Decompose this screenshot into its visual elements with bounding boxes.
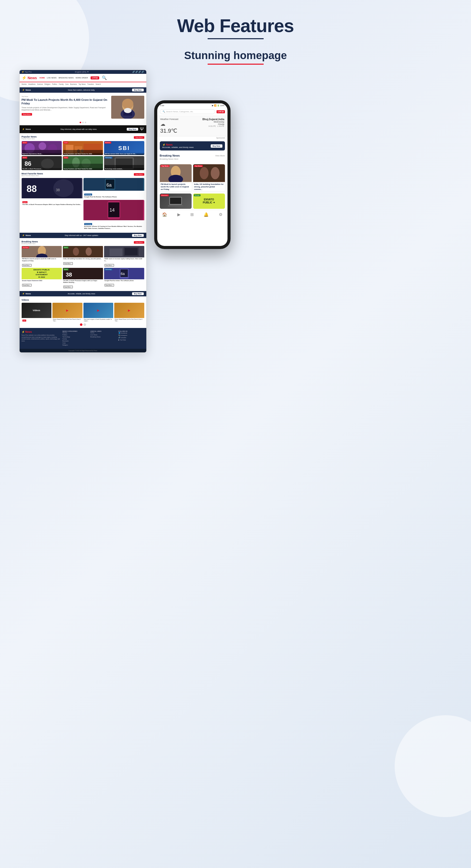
buy-btn-4[interactable]: Buy Now	[132, 292, 144, 295]
popular-card-5[interactable]: Travel Young Travelers and Their Trends …	[63, 156, 103, 170]
breaking-card-3[interactable]: NSEE wants to increase equity trading ho…	[104, 246, 144, 267]
breaking-card-4-text: Envato Impact Statement 2022	[22, 279, 62, 282]
video-card-2[interactable]: ▶ Petrol, Diesel Prices Cut For First Ti…	[53, 303, 82, 322]
breaking-card-4[interactable]: ENVATO PUBLIC ★ IMPACT STATEMENT ★ 2022 …	[22, 268, 62, 288]
video-card-4[interactable]: ▶ Petrol, Diesel Prices Cut For First Ti…	[114, 303, 144, 322]
live-button[interactable]: LIVE ▶	[91, 76, 100, 80]
phone-view-more[interactable]: View More	[215, 155, 225, 157]
card-2-tag: Travel	[63, 142, 68, 144]
breaking-read-more-2[interactable]: Read More >	[63, 262, 73, 265]
phone-bottom-nav: 🏠 ▶ ⊞ 🔔 ⚙	[157, 210, 228, 219]
ad-text-1: News that matters, delivered daily.	[31, 89, 132, 91]
phone-status-bar: 5:30 ▶ 📶 🔋 23%	[157, 103, 228, 108]
popular-view-more[interactable]: View More	[134, 136, 144, 139]
popular-card-2[interactable]: Travel Young Travelers and Their Trends …	[63, 141, 103, 155]
ad-text-4: Accurate, reliable, and timely news	[31, 293, 132, 294]
favorite-card-3-text: Technology Exclusive: iPhone 14 Coming I…	[83, 220, 144, 230]
card-6-tag: Technology	[105, 157, 112, 159]
subtitle-underline	[208, 64, 264, 65]
breaking-read-more-3[interactable]: Read More >	[105, 264, 114, 267]
most-favorite-grid: 88 38 Sports The NFL Is Back! Preseason …	[20, 177, 146, 231]
videos-grid: Videos Live ▶ Petrol, Diesel Prices Cut …	[22, 303, 144, 322]
favorite-card-2-text: Technology Google Pixel 6a Review: The S…	[83, 191, 144, 199]
phone-search-bar: 🔍 Search News, Categories, etc. LIVE ▶	[157, 108, 228, 116]
phone-nav-video[interactable]: ▶	[177, 212, 180, 217]
buy-btn-1[interactable]: Buy Now	[132, 89, 144, 91]
svg-text:86: 86	[25, 160, 31, 167]
buy-btn-3[interactable]: Buy Now	[132, 234, 144, 237]
hero-title[interactable]: PM Modi To Launch Projects Worth Rs 4,40…	[22, 98, 109, 105]
phone-card-india-us[interactable]: Top News India, US building foundation f…	[193, 164, 225, 191]
title-underline	[208, 38, 264, 39]
svg-text:6a: 6a	[121, 272, 125, 276]
video-card-3-text: How much oxygen a Covid-19 patients cand…	[83, 318, 113, 322]
card-5-overlay: Young Travelers and Their Trends For 202…	[63, 167, 103, 170]
buy-btn-between[interactable]: Buy Now	[127, 128, 138, 131]
favorite-card-1[interactable]: 88 38 Sports The NFL Is Back! Preseason …	[22, 178, 82, 230]
video-card-3[interactable]: ▶ How much oxygen a Covid-19 patients ca…	[83, 303, 113, 322]
breaking-read-more-6[interactable]: Read More >	[105, 284, 114, 286]
breaking-card-6-img: 6a Technology	[104, 268, 144, 279]
svg-point-62	[211, 167, 220, 179]
svg-point-45	[73, 247, 79, 256]
phone-frame: 5:30 ▶ 📶 🔋 23% 🔍 Search News, Categories…	[154, 100, 231, 249]
ad-logo-4: ⚡ News	[22, 292, 31, 295]
card-1-overlay: Nighttime Sportsfront, Break...	[22, 153, 62, 155]
breaking-read-more-1[interactable]: Read More >	[22, 264, 32, 267]
phone-breaking-sub: Breaking News Here	[160, 158, 225, 160]
favorite-card-2[interactable]: 6a Technology Google Pixel 6a Review: Th…	[83, 178, 144, 199]
popular-card-6[interactable]: Technology Technology news content...	[104, 156, 144, 170]
phone-time: 5:30	[160, 104, 164, 107]
favorite-view-more[interactable]: View More	[134, 173, 144, 176]
breaking-card-2[interactable]: Sports India, US building foundation for…	[63, 246, 103, 267]
footer-copyright: Copyright © 2022 All Right Reserved By P…	[20, 349, 146, 352]
ad-text-3: Stay informed with us - 24/7 news update…	[31, 235, 132, 236]
svg-rect-64	[170, 197, 181, 204]
phone-search-input[interactable]: 🔍 Search News, Categories, etc.	[160, 109, 215, 114]
phone-card-modi[interactable]: Top News PM Modi to launch projects wort…	[160, 164, 192, 191]
breaking-card-1[interactable]: Top News PM Modi to launch projects wort…	[22, 246, 62, 267]
favorite-card-1-text: Sports The NFL Is Back! Preseason Begins…	[22, 198, 82, 207]
main-video-card[interactable]: Videos Live	[22, 303, 52, 322]
phone-breaking-section: Breaking News View More Breaking News He…	[157, 153, 228, 163]
news-top-bar: ⚡ Top Pro English (EN) ▼ 🔗 🔗 🔗 🔗	[20, 70, 146, 74]
ad-logo-3: ⚡ News	[22, 234, 31, 237]
footer-about-text: News Plus website is an online platform …	[22, 334, 61, 342]
svg-text:38: 38	[66, 272, 72, 278]
search-icon[interactable]: 🔍	[102, 75, 107, 80]
footer-categories-col: NEWS CATEGORIES Stories Politics Technol…	[62, 331, 88, 346]
breaking-read-more-5[interactable]: Read More >	[63, 286, 73, 288]
popular-card-3[interactable]: SBI Business SBI Recruitment 2022: Hurry…	[104, 141, 144, 155]
breaking-news-grid: Top News PM Modi to launch projects wort…	[20, 245, 146, 289]
popular-card-1[interactable]: Sports Nighttime Sportsfront, Break...	[22, 141, 62, 155]
play-icon-4: ▶	[128, 309, 130, 312]
weather-label: Weather Forecast	[160, 118, 178, 120]
popular-card-4[interactable]: 86 Sports The NFL is Back! Preseason...	[22, 156, 62, 170]
footer-follow-col: FOLLOW US 📘 Facebook 📷 Instagram 🔗 Linke…	[118, 331, 144, 346]
phone-card-india-us-text: India, US building foundation for strong…	[193, 182, 225, 191]
breaking-card-1-text: PM Modi to launch projects worth Rs 4,40…	[22, 257, 62, 262]
phone-nav-settings[interactable]: ⚙	[219, 212, 223, 217]
phone-bottom-card-2[interactable]: ENVATOPUBLIC ✦ Envato	[193, 193, 225, 209]
phone-nav-grid[interactable]: ⊞	[190, 212, 194, 217]
card-1-tag: Sports	[22, 142, 27, 144]
card-3-overlay: SBI Recruitment 2022: Hurry up! Apply fo…	[104, 153, 144, 155]
read-more-btn[interactable]: Read More	[22, 113, 32, 116]
phone-nav-home[interactable]: 🏠	[162, 212, 167, 217]
favorite-card-3[interactable]: 14 Technology Exclusive: iPhone 14 Comin…	[83, 200, 144, 230]
breaking-card-5[interactable]: 38 Sports The NFL is back! Preseason beg…	[63, 268, 103, 288]
breaking-card-2-text: India, US building foundation for strong…	[63, 257, 103, 260]
phone-nav-bell[interactable]: 🔔	[204, 212, 209, 217]
hero-category: Top News	[22, 96, 109, 97]
hero-article: Top News PM Modi To Launch Projects Wort…	[20, 94, 146, 121]
ad-lightning-icon: ⚡	[22, 89, 25, 91]
breaking-view-more[interactable]: View More	[134, 241, 144, 244]
phone-bottom-card-1[interactable]: Business	[160, 193, 192, 209]
page-title: Web Features	[5, 15, 466, 36]
phone-buy-btn[interactable]: Buy Now	[211, 144, 223, 148]
breaking-read-more-4[interactable]: Read More >	[22, 284, 32, 286]
svg-point-5	[124, 108, 132, 113]
popular-news-grid: Sports Nighttime Sportsfront, Break...	[20, 140, 146, 171]
favorite-card-2-img: 6a	[83, 178, 144, 191]
breaking-card-6[interactable]: 6a Technology Google Pixel 6a review: Th…	[104, 268, 144, 288]
